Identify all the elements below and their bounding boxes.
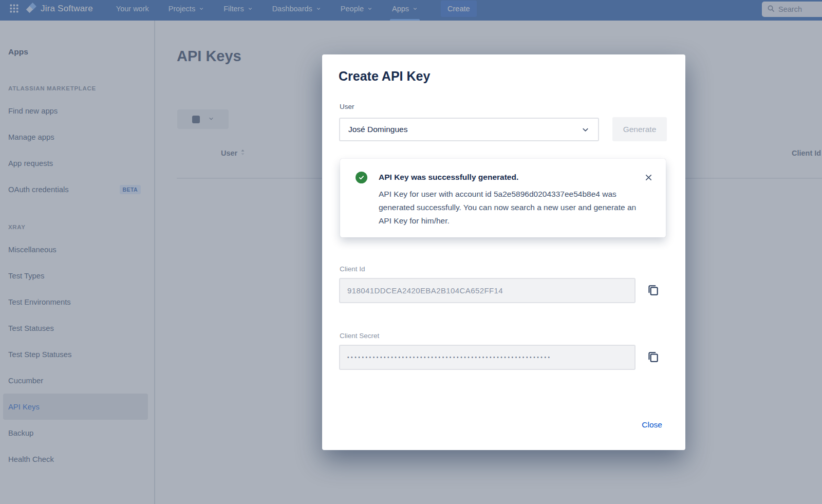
chevron-down-icon: [581, 125, 590, 134]
generate-button[interactable]: Generate: [612, 117, 667, 141]
modal-title: Create API Key: [339, 69, 430, 84]
success-icon: [356, 172, 367, 183]
client-secret-label: Client Secret: [340, 332, 379, 340]
create-api-key-modal: Create API Key User José Domingues Gener…: [322, 54, 685, 450]
user-field-label: User: [340, 103, 354, 110]
user-select-value: José Domingues: [348, 125, 407, 134]
client-id-label: Client Id: [340, 265, 365, 273]
copy-icon: [646, 284, 660, 298]
close-modal-link[interactable]: Close: [642, 420, 662, 430]
copy-client-secret-button[interactable]: [644, 349, 662, 366]
copy-client-id-button[interactable]: [644, 282, 662, 300]
flag-title: API Key was successfully generated.: [379, 173, 518, 182]
success-flag: API Key was successfully generated. API …: [340, 159, 666, 237]
flag-body: API Key for user with account id 5a2e589…: [379, 188, 648, 228]
user-select[interactable]: José Domingues: [339, 118, 599, 141]
close-icon[interactable]: [643, 172, 653, 182]
client-id-field: 918041DDCEA2420EBA2B104CA652FF14: [339, 278, 636, 303]
copy-icon: [646, 350, 660, 365]
client-secret-field: ••••••••••••••••••••••••••••••••••••••••…: [339, 345, 636, 370]
